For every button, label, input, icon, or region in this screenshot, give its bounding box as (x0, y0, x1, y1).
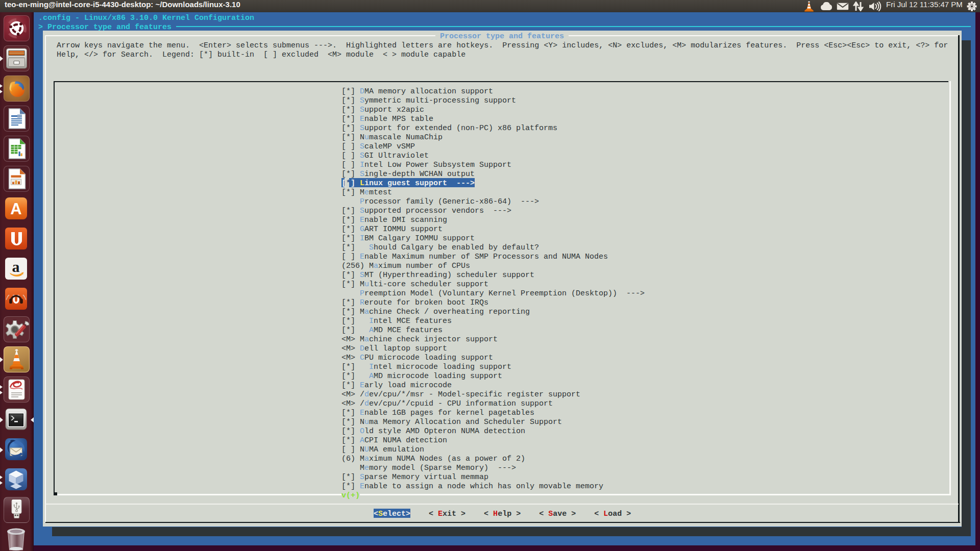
svg-text:a: a (12, 258, 20, 275)
svg-text:A: A (10, 200, 21, 218)
